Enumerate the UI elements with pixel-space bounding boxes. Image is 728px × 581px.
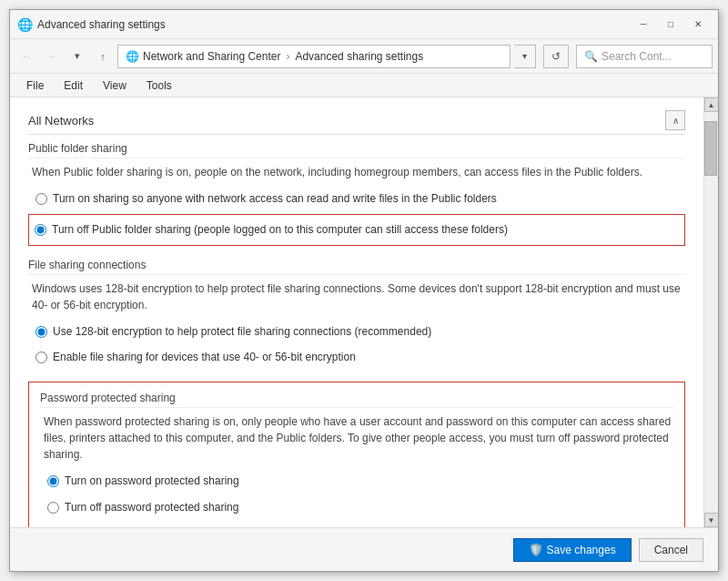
title-bar-left: 🌐 Advanced sharing settings: [17, 17, 166, 32]
title-bar-controls: ─ □ ✕: [631, 15, 711, 35]
radio-option-turn-off-sharing[interactable]: Turn off Public folder sharing (people l…: [35, 220, 679, 240]
file-sharing-section: File sharing connections Windows uses 12…: [28, 259, 685, 370]
public-folder-section: Public folder sharing When Public folder…: [28, 142, 685, 246]
address-breadcrumb2: Advanced sharing settings: [295, 50, 423, 63]
menu-file[interactable]: File: [17, 77, 53, 94]
menu-edit[interactable]: Edit: [55, 77, 92, 94]
all-networks-header: All Networks ∧: [28, 110, 685, 135]
up-button[interactable]: ↑: [92, 46, 114, 67]
recent-button[interactable]: ▾: [66, 46, 88, 67]
menu-tools[interactable]: Tools: [137, 77, 181, 94]
forward-button[interactable]: →: [41, 46, 63, 67]
all-networks-label: All Networks: [28, 114, 94, 127]
main-content: All Networks ∧ Public folder sharing Whe…: [10, 97, 703, 527]
scroll-thumb[interactable]: [704, 121, 717, 176]
cancel-label: Cancel: [654, 544, 688, 556]
window-icon: 🌐: [17, 17, 32, 32]
radio-128bit-label: Use 128-bit encryption to help protect f…: [53, 324, 431, 340]
radio-turn-off-sharing-input[interactable]: [35, 224, 46, 236]
password-section-title: Password protected sharing: [40, 392, 673, 408]
address-breadcrumb1: Network and Sharing Center: [143, 50, 280, 63]
radio-password-on-input[interactable]: [47, 475, 59, 487]
file-sharing-title: File sharing connections: [28, 259, 685, 275]
radio-40-56bit-label: Enable file sharing for devices that use…: [53, 350, 356, 365]
radio-turn-off-sharing-label: Turn off Public folder sharing (people l…: [52, 222, 508, 238]
highlighted-radio-section: Turn off Public folder sharing (people l…: [28, 214, 685, 246]
footer: 🛡️ Save changes Cancel: [10, 527, 718, 571]
collapse-button[interactable]: ∧: [665, 110, 685, 130]
address-dropdown-button[interactable]: ▾: [514, 45, 536, 68]
scrollbar: ▲ ▼: [703, 97, 718, 527]
title-bar: 🌐 Advanced sharing settings ─ □ ✕: [10, 10, 718, 39]
cancel-button[interactable]: Cancel: [639, 538, 703, 562]
password-section: Password protected sharing When password…: [28, 382, 685, 527]
minimize-button[interactable]: ─: [631, 15, 656, 35]
radio-turn-on-sharing-label: Turn on sharing so anyone with network a…: [53, 191, 497, 207]
window-title: Advanced sharing settings: [37, 18, 166, 31]
radio-40-56bit-input[interactable]: [35, 352, 47, 363]
radio-password-off-input[interactable]: [47, 502, 59, 514]
search-placeholder-text: Search Cont...: [602, 50, 672, 63]
public-folder-title: Public folder sharing: [28, 142, 685, 158]
radio-option-password-off[interactable]: Turn off password protected sharing: [40, 496, 673, 519]
scroll-up-button[interactable]: ▲: [704, 97, 719, 112]
radio-option-40-56bit[interactable]: Enable file sharing for devices that use…: [28, 346, 685, 369]
radio-128bit-input[interactable]: [35, 326, 47, 338]
radio-option-128bit[interactable]: Use 128-bit encryption to help protect f…: [28, 321, 685, 343]
address-separator: ›: [286, 50, 289, 63]
back-button[interactable]: ←: [15, 46, 37, 67]
maximize-button[interactable]: □: [658, 15, 683, 35]
radio-option-turn-on-sharing[interactable]: Turn on sharing so anyone with network a…: [28, 188, 685, 210]
save-changes-button[interactable]: 🛡️ Save changes: [513, 538, 632, 562]
scroll-down-button[interactable]: ▼: [704, 513, 719, 527]
radio-password-on-label: Turn on password protected sharing: [65, 474, 239, 489]
refresh-button[interactable]: ↺: [543, 45, 569, 68]
password-section-description: When password protected sharing is on, o…: [40, 413, 673, 463]
radio-option-password-on[interactable]: Turn on password protected sharing: [40, 470, 673, 493]
radio-password-off-label: Turn off password protected sharing: [65, 500, 238, 515]
content-area: All Networks ∧ Public folder sharing Whe…: [10, 97, 718, 527]
close-button[interactable]: ✕: [685, 15, 711, 35]
public-folder-description: When Public folder sharing is on, people…: [28, 164, 685, 180]
scroll-track[interactable]: [704, 112, 718, 513]
menu-bar: File Edit View Tools: [10, 74, 718, 97]
radio-turn-on-sharing-input[interactable]: [35, 193, 47, 205]
main-window: 🌐 Advanced sharing settings ─ □ ✕ ← → ▾ …: [9, 9, 719, 572]
file-sharing-description: Windows uses 128-bit encryption to help …: [28, 280, 685, 313]
address-network-icon: 🌐: [126, 50, 139, 63]
shield-icon: 🛡️: [529, 543, 543, 556]
address-field[interactable]: 🌐 Network and Sharing Center › Advanced …: [117, 45, 511, 68]
menu-view[interactable]: View: [94, 77, 136, 94]
save-changes-label: Save changes: [547, 544, 616, 556]
search-icon: 🔍: [584, 50, 598, 63]
search-field[interactable]: 🔍 Search Cont...: [576, 45, 713, 68]
address-bar: ← → ▾ ↑ 🌐 Network and Sharing Center › A…: [10, 39, 718, 74]
